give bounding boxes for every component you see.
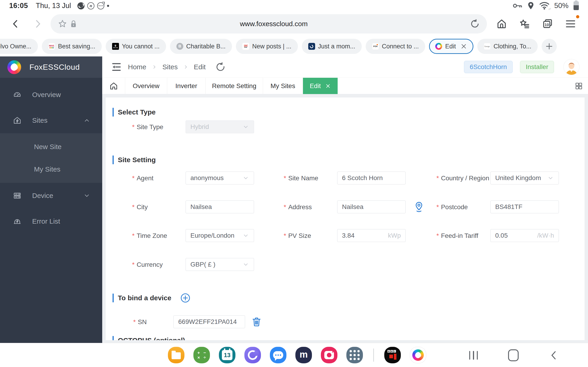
forward-button[interactable] <box>32 18 44 30</box>
browser-tab[interactable]: BCharitable B... <box>170 39 232 54</box>
sn-input[interactable] <box>178 316 240 328</box>
new-tab-button[interactable] <box>542 39 557 54</box>
page-refresh-icon[interactable] <box>215 62 226 72</box>
browser-notification-icon <box>78 2 85 9</box>
address-input[interactable] <box>342 201 401 213</box>
app-drawer-app-icon[interactable] <box>346 347 363 363</box>
breadcrumb-home[interactable]: Home <box>128 63 146 71</box>
govuk-favicon-icon: ♛GOV.UK <box>112 43 119 50</box>
calculator-app-icon[interactable]: + −× ÷ <box>193 347 210 363</box>
tab-edit-active[interactable]: Edit <box>303 78 338 94</box>
dock-apps: + −× ÷13mBBC <box>168 347 426 363</box>
feed-in-tariff-field: /kW·h <box>490 229 559 242</box>
tabs-button[interactable]: 10 <box>542 18 553 30</box>
camera-app-icon[interactable] <box>321 347 337 363</box>
more-notifications-dot <box>107 5 109 7</box>
sidebar-item-sites[interactable]: Sites <box>0 108 102 133</box>
url-text[interactable]: www.foxesscloud.com <box>78 20 469 28</box>
city-label: City <box>132 203 148 211</box>
menu-button[interactable] <box>565 18 577 30</box>
bike-favicon-icon: 650F <box>242 43 249 50</box>
sidebar-item-overview[interactable]: Overview <box>0 82 102 108</box>
agent-label: Agent <box>132 175 153 182</box>
close-tab-icon[interactable] <box>325 83 331 89</box>
bookmark-star-icon[interactable] <box>57 18 69 30</box>
browser-tab[interactable]: ♛GOV.UKYou cannot ... <box>106 39 166 54</box>
section-title: OCTOPUS (optional) <box>118 336 185 340</box>
section-title: Select Type <box>118 108 156 116</box>
delete-device-icon[interactable] <box>251 316 262 327</box>
breadcrumb-edit[interactable]: Edit <box>194 63 206 71</box>
tab-overview[interactable]: Overview <box>125 78 167 94</box>
foxess-cloud-app-icon[interactable] <box>410 347 426 363</box>
browser-tab[interactable]: FOXConnect to ... <box>366 39 425 54</box>
postcode-input[interactable] <box>495 201 554 213</box>
browser-tab-label: Best saving... <box>58 43 95 50</box>
browser-tab[interactable]: Volvo Owne... <box>0 39 38 54</box>
nav-back-button[interactable] <box>549 350 559 361</box>
add-device-icon[interactable] <box>180 293 191 303</box>
browser-tab-label: New posts | ... <box>252 43 292 50</box>
breadcrumb-sites[interactable]: Sites <box>162 63 178 71</box>
breadcrumb-separator-icon <box>183 64 189 70</box>
nav-home-button[interactable] <box>508 349 519 361</box>
timezone-select[interactable]: Europe/London <box>186 229 254 242</box>
reload-icon[interactable] <box>469 18 481 30</box>
agent-select[interactable]: anonymous <box>186 172 254 184</box>
sidebar-item-new-site[interactable]: New Site <box>0 135 102 158</box>
avatar[interactable] <box>564 59 579 75</box>
content-area: Select Type Site Type Hybrid Site Settin… <box>102 94 588 343</box>
site-badge[interactable]: 6ScotchHorn <box>464 61 513 73</box>
bbc-news-app-icon[interactable]: BBC <box>384 347 401 363</box>
browser-tab-active[interactable]: Edit <box>429 39 473 54</box>
browser-tab-label: You cannot ... <box>122 43 160 50</box>
sidebar-item-device[interactable]: Device <box>0 183 102 209</box>
browser-tab[interactable]: 650FNew posts | ... <box>236 39 298 54</box>
sidebar-item-my-sites[interactable]: My Sites <box>0 158 102 181</box>
hamburger-icon <box>566 20 575 27</box>
files-app-icon[interactable] <box>168 347 184 363</box>
site-type-select[interactable]: Hybrid <box>186 120 254 133</box>
city-input[interactable] <box>190 201 249 213</box>
menu-alert-dot <box>576 15 579 18</box>
close-tab-icon[interactable] <box>460 43 467 50</box>
recents-button[interactable] <box>469 351 478 360</box>
notification-icons: n VOLVO <box>78 2 109 9</box>
url-bar[interactable]: www.foxesscloud.com <box>51 14 487 33</box>
browser-tab[interactable]: MSEBest saving... <box>42 39 102 54</box>
tab-layout-grid-icon[interactable] <box>575 78 588 94</box>
timezone-value: Europe/London <box>190 232 242 239</box>
chevron-up-icon <box>83 117 90 124</box>
currency-select[interactable]: GBP( £ ) <box>186 258 254 271</box>
lock-icon[interactable] <box>69 18 78 30</box>
browser-tab[interactable]: GeorgeClothing, To... <box>477 39 538 54</box>
address-field <box>337 200 406 213</box>
pv-size-input[interactable] <box>342 229 388 242</box>
mastodon-app-icon[interactable]: m <box>295 347 312 363</box>
map-pin-icon[interactable] <box>414 201 424 213</box>
home-button[interactable] <box>496 18 508 30</box>
tab-my-sites[interactable]: My Sites <box>263 78 303 94</box>
tab-home[interactable] <box>102 78 125 94</box>
sidebar-item-error-list[interactable]: Error List <box>0 209 102 234</box>
bookmarks-button[interactable] <box>519 18 531 30</box>
chevron-down-icon <box>242 123 249 130</box>
tab-remote-setting[interactable]: Remote Setting <box>206 78 263 94</box>
app-header: Home Sites Edit 6ScotchHorn Installer <box>102 56 588 78</box>
tab-inverter[interactable]: Inverter <box>167 78 206 94</box>
calendar-app-icon[interactable]: 13 <box>219 347 235 363</box>
brand-name: FoxESSCloud <box>29 63 80 72</box>
collapse-sidebar-icon[interactable] <box>111 62 121 72</box>
site-name-input[interactable] <box>342 172 401 184</box>
breadcrumb-separator-icon <box>151 64 157 70</box>
back-button[interactable] <box>10 18 22 30</box>
country-select[interactable]: United Kingdom <box>490 172 559 184</box>
status-date: Thu, 13 Jul <box>36 2 71 10</box>
samsung-internet-app-icon[interactable] <box>244 347 261 363</box>
role-badge[interactable]: Installer <box>520 61 554 73</box>
messages-app-icon[interactable] <box>270 347 286 363</box>
feed-in-tariff-input[interactable] <box>495 229 537 242</box>
header-right: 6ScotchHorn Installer <box>464 59 579 75</box>
browser-tab[interactable]: Just a mom... <box>302 39 362 54</box>
sidebar-item-label: Device <box>32 192 53 200</box>
